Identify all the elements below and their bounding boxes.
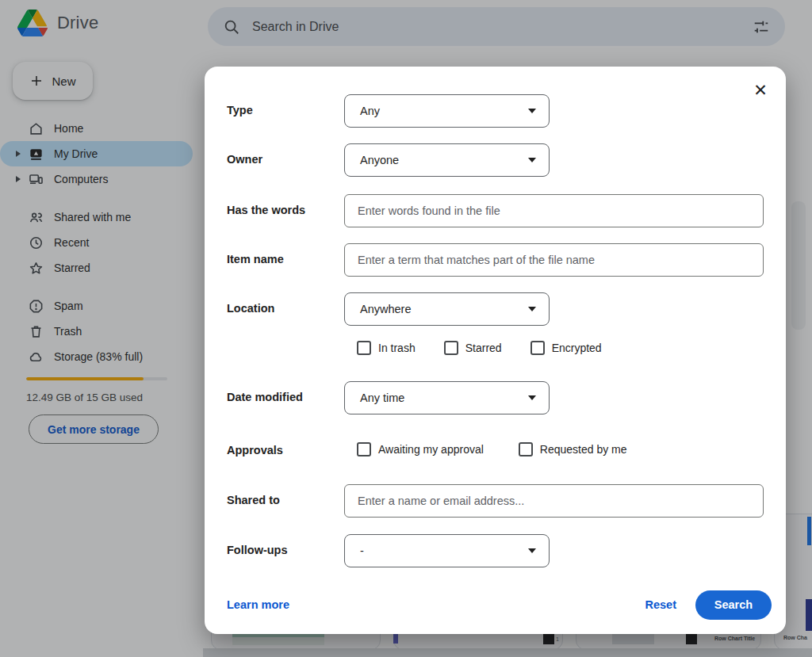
encrypted-checkbox[interactable] bbox=[530, 341, 545, 355]
advanced-search-dialog: ✕ Type Any Owner Anyone Has the words It… bbox=[205, 67, 786, 634]
chevron-down-icon bbox=[528, 158, 536, 162]
location-dropdown-value: Anywhere bbox=[360, 303, 411, 315]
type-dropdown[interactable]: Any bbox=[344, 94, 550, 128]
owner-label: Owner bbox=[227, 153, 262, 166]
has-words-input[interactable] bbox=[344, 194, 764, 227]
owner-dropdown-value: Anyone bbox=[360, 154, 399, 166]
in-trash-checkbox[interactable] bbox=[357, 341, 371, 355]
close-icon[interactable]: ✕ bbox=[749, 79, 772, 101]
reset-button[interactable]: Reset bbox=[645, 598, 677, 611]
date-modified-label: Date modified bbox=[227, 391, 303, 403]
has-words-label: Has the words bbox=[227, 204, 305, 216]
awaiting-my-approval-option[interactable]: Awaiting my approval bbox=[357, 442, 484, 456]
starred-checkbox[interactable] bbox=[444, 341, 458, 355]
approvals-checkbox-row: Awaiting my approval Requested by me bbox=[357, 442, 627, 456]
dialog-footer: Learn more Reset Search bbox=[227, 590, 772, 620]
owner-dropdown[interactable]: Anyone bbox=[344, 143, 550, 177]
awaiting-my-approval-checkbox[interactable] bbox=[357, 442, 371, 456]
item-name-input[interactable] bbox=[344, 243, 764, 277]
learn-more-link[interactable]: Learn more bbox=[227, 598, 289, 611]
chevron-down-icon bbox=[528, 395, 536, 400]
chevron-down-icon bbox=[528, 109, 536, 113]
location-label: Location bbox=[227, 302, 274, 315]
shared-to-label: Shared to bbox=[227, 494, 280, 506]
type-label: Type bbox=[227, 104, 253, 117]
search-button[interactable]: Search bbox=[695, 590, 772, 620]
follow-ups-dropdown[interactable]: - bbox=[344, 534, 550, 567]
starred-option[interactable]: Starred bbox=[444, 341, 502, 355]
encrypted-option[interactable]: Encrypted bbox=[530, 341, 602, 355]
requested-by-me-option[interactable]: Requested by me bbox=[519, 442, 627, 456]
item-name-label: Item name bbox=[227, 253, 284, 265]
approvals-label: Approvals bbox=[227, 444, 283, 456]
chevron-down-icon bbox=[528, 307, 536, 311]
date-modified-dropdown[interactable]: Any time bbox=[344, 381, 550, 414]
in-trash-option[interactable]: In trash bbox=[357, 341, 416, 355]
follow-ups-label: Follow-ups bbox=[227, 544, 288, 556]
date-modified-dropdown-value: Any time bbox=[360, 392, 404, 404]
type-dropdown-value: Any bbox=[360, 105, 380, 117]
shared-to-input[interactable] bbox=[344, 484, 764, 518]
follow-ups-dropdown-value: - bbox=[360, 544, 364, 557]
location-checkbox-row: In trash Starred Encrypted bbox=[357, 341, 602, 355]
requested-by-me-checkbox[interactable] bbox=[519, 442, 533, 456]
chevron-down-icon bbox=[528, 548, 536, 553]
location-dropdown[interactable]: Anywhere bbox=[344, 292, 550, 326]
